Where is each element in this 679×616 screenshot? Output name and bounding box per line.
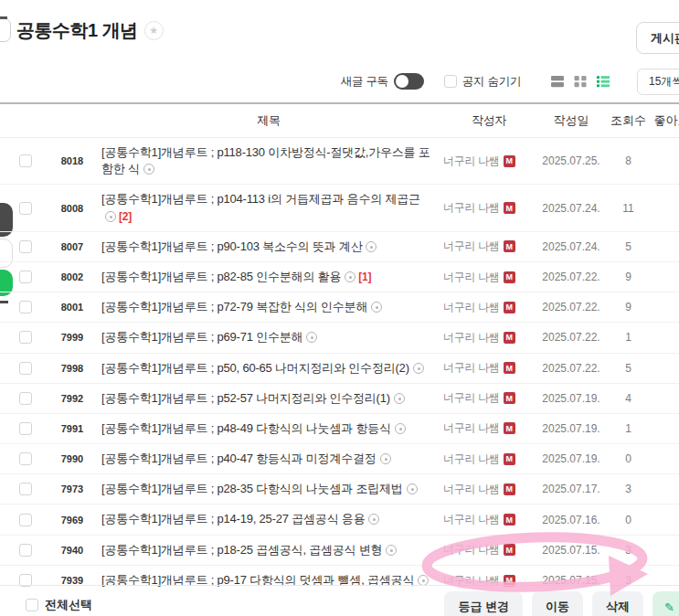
post-date: 2025.07.19. (535, 452, 608, 465)
post-author[interactable]: 너구리 나쌤M (443, 390, 535, 406)
comment-count[interactable]: [2] (119, 210, 132, 223)
post-date: 2025.07.22. (535, 362, 608, 375)
table-row: 8018 [공통수학1]개념루트 ; p118-130 이차방정식-절댓값,가우… (0, 138, 679, 185)
circle-dot-icon (143, 164, 154, 175)
post-author[interactable]: 너구리 나쌤M (443, 270, 535, 285)
hide-notice-checkbox[interactable] (444, 75, 457, 88)
header-date: 작성일 (535, 112, 608, 129)
post-author[interactable]: 너구리 나쌤M (443, 239, 535, 254)
row-checkbox[interactable] (19, 483, 32, 495)
post-views: 0 (608, 514, 649, 526)
table-row: 8001 [공통수학1]개념루트 ; p72-79 복잡한 식의 인수분해 너구… (0, 292, 679, 323)
post-title-link[interactable]: [공통수학1]개념루트 ; p82-85 인수분해의 활용[1] (94, 262, 443, 292)
post-title-link[interactable]: [공통수학1]개념루트 ; p28-35 다항식의 나눗셈과 조립제법 (94, 474, 443, 504)
table-row: 7940 [공통수학1]개념루트 ; p18-25 곱셈공식, 곱셈공식 변형 … (0, 536, 679, 566)
table-row: 7998 [공통수학1]개념루트 ; p50, 60-65 나머지정리와 인수정… (0, 354, 679, 384)
table-row: 8002 [공통수학1]개념루트 ; p82-85 인수분해의 활용[1] 너구… (0, 262, 679, 292)
card-view-icon[interactable] (549, 73, 566, 90)
row-checkbox[interactable] (19, 331, 32, 344)
row-checkbox[interactable] (19, 240, 32, 253)
post-views: 11 (608, 202, 649, 215)
row-checkbox[interactable] (19, 392, 32, 405)
delete-button[interactable]: 삭제 (592, 591, 643, 616)
manager-badge: M (504, 544, 515, 556)
circle-dot-icon (306, 332, 317, 343)
table-row: 7999 [공통수학1]개념루트 ; p69-71 인수분해 너구리 나쌤M 2… (0, 323, 679, 353)
post-author[interactable]: 너구리 나쌤M (443, 542, 535, 558)
post-title-link[interactable]: [공통수학1]개념루트 ; p40-47 항등식과 미정계수결정 (94, 444, 443, 473)
post-id: 8001 (50, 302, 94, 313)
post-title-link[interactable]: [공통수학1]개념루트 ; p50, 60-65 나머지정리와 인수정리(2) (94, 354, 443, 383)
post-title-link[interactable]: [공통수학1]개념루트 ; p118-130 이차방정식-절댓값,가우스를 포함… (94, 138, 443, 184)
circle-dot-icon (366, 241, 377, 252)
post-title-link[interactable]: [공통수학1]개념루트 ; p14-19, 25-27 곱셈공식 응용 (94, 504, 443, 534)
post-title-link[interactable]: [공통수학1]개념루트 ; p72-79 복잡한 식의 인수분해 (94, 292, 443, 322)
post-id: 8008 (50, 203, 94, 214)
grid-view-icon[interactable] (572, 73, 589, 90)
header-views: 조회수 (608, 112, 649, 129)
circle-dot-icon (394, 393, 405, 404)
post-views: 8 (608, 154, 649, 167)
post-id: 7973 (50, 483, 94, 494)
post-title-link[interactable]: [공통수학1]개념루트 ; p52-57 나머지정리와 인수정리(1) (94, 384, 443, 413)
row-checkbox[interactable] (19, 154, 32, 167)
list-view-icon-active[interactable] (595, 73, 611, 90)
footer-buttons: 등급 변경 이동 삭제 ✎글 (435, 591, 679, 616)
page-size-select[interactable]: 15개씩 (637, 69, 679, 95)
post-views: 3 (608, 544, 649, 557)
post-author[interactable]: 너구리 나쌤M (443, 300, 535, 315)
post-author[interactable]: 너구리 나쌤M (443, 451, 535, 467)
select-all-checkbox[interactable] (26, 599, 38, 611)
circle-dot-icon (413, 363, 424, 374)
toggle-knob (396, 75, 408, 88)
move-button[interactable]: 이동 (532, 591, 583, 616)
post-views: 9 (608, 271, 649, 283)
comment-count[interactable]: [1] (358, 271, 371, 283)
post-title-link[interactable]: [공통수학1]개념루트 ; p18-25 곱셈공식, 곱셈공식 변형 (94, 536, 443, 565)
board-manage-button[interactable]: 게시판 (636, 22, 679, 54)
hide-notice-label: 공지 숨기기 (462, 74, 521, 90)
header-author: 작성자 (443, 112, 535, 129)
post-author[interactable]: 너구리 나쌤M (443, 482, 535, 497)
post-title-link[interactable]: [공통수학1]개념루트 ; p69-71 인수분해 (94, 323, 443, 352)
manager-badge: M (504, 271, 515, 283)
post-date: 2025.07.19. (535, 392, 608, 405)
circle-dot-icon (407, 483, 418, 494)
post-author[interactable]: 너구리 나쌤M (443, 200, 535, 216)
select-all[interactable]: 전체선택 (26, 597, 92, 613)
post-title-link[interactable]: [공통수학1]개념루트 ; p90-103 복소수의 뜻과 계산 (94, 232, 443, 261)
cutoff-dark-dash (0, 16, 7, 19)
post-title-link[interactable]: [공통수학1]개념루트 ; p48-49 다항식의 나눗셈과 항등식 (94, 414, 443, 443)
post-author[interactable]: 너구리 나쌤M (443, 330, 535, 345)
post-author[interactable]: 너구리 나쌤M (443, 512, 535, 527)
table-row: 7969 [공통수학1]개념루트 ; p14-19, 25-27 곱셈공식 응용… (0, 504, 679, 535)
post-date: 2025.07.24. (535, 202, 608, 215)
post-title-link[interactable]: [공통수학1]개념루트 ; p104-113 i의 거듭제곱과 음수의 제곱근[… (94, 185, 443, 230)
post-views: 1 (608, 331, 649, 344)
star-icon[interactable]: ★ (144, 21, 164, 40)
grade-change-button[interactable]: 등급 변경 (444, 591, 523, 616)
subscribe-toggle[interactable] (394, 73, 424, 90)
row-checkbox[interactable] (19, 202, 32, 215)
row-checkbox[interactable] (19, 362, 32, 375)
row-checkbox[interactable] (19, 452, 32, 465)
post-date: 2025.07.19. (535, 422, 608, 435)
post-views: 3 (608, 483, 649, 495)
write-post-button[interactable]: ✎글 (652, 591, 679, 616)
manager-badge: M (504, 483, 515, 495)
post-author[interactable]: 너구리 나쌤M (443, 420, 535, 436)
row-checkbox[interactable] (19, 271, 32, 283)
row-checkbox[interactable] (19, 544, 32, 557)
view-switcher (543, 73, 611, 90)
post-author[interactable]: 너구리 나쌤M (443, 360, 535, 376)
post-author[interactable]: 너구리 나쌤M (443, 154, 535, 169)
circle-dot-icon (368, 514, 379, 525)
manager-badge: M (504, 362, 515, 374)
row-checkbox[interactable] (19, 422, 32, 435)
board-page: { "board": { "title": "공통수학1 개념", "manag… (0, 0, 679, 616)
manager-badge: M (504, 332, 515, 344)
post-views: 0 (608, 452, 649, 465)
manager-badge: M (504, 453, 515, 465)
row-checkbox[interactable] (19, 301, 32, 313)
row-checkbox[interactable] (19, 514, 32, 526)
